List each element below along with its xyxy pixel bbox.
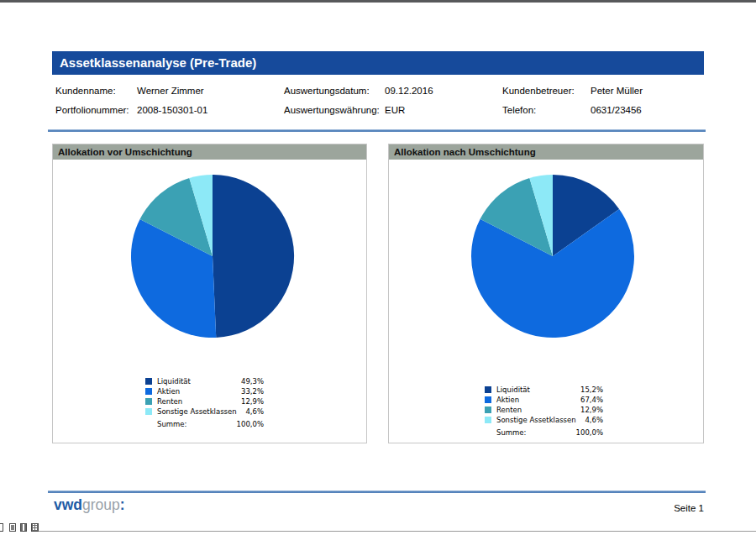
legend-total-label: Summe: bbox=[157, 420, 237, 428]
single-page-icon[interactable] bbox=[0, 523, 3, 532]
legend-total-row: Summe:100,0% bbox=[145, 419, 264, 429]
panel-header-before: Allokation vor Umschichtung bbox=[53, 144, 366, 160]
field-label-telefon: Telefon: bbox=[502, 101, 591, 120]
legend-swatch-icon bbox=[485, 386, 491, 393]
logo-colon: : bbox=[120, 496, 125, 513]
legend-label: Sonstige Assetklassen bbox=[157, 407, 245, 416]
pie-chart-after bbox=[469, 172, 637, 340]
legend-before: Liquidität49,3%Aktien33,2%Renten12,9%Son… bbox=[145, 376, 264, 429]
legend-label: Renten bbox=[496, 406, 580, 414]
allocation-after-panel: Allokation nach Umschichtung Liquidität1… bbox=[388, 144, 704, 443]
field-label-portfolionummer: Portfolionummer: bbox=[55, 101, 137, 120]
status-bar-divider bbox=[39, 531, 756, 532]
legend-value: 12,9% bbox=[580, 406, 603, 414]
field-label-auswertungswaehrung: Auswertungswährung: bbox=[284, 101, 385, 120]
two-column-layout-icon[interactable] bbox=[20, 523, 27, 532]
legend-value: 33,2% bbox=[241, 387, 264, 396]
legend-row-renten: Renten12,9% bbox=[485, 405, 603, 415]
page-title: Assetklassenanalyse (Pre-Trade) bbox=[60, 55, 256, 70]
page-number: Seite 1 bbox=[674, 503, 704, 513]
pie-chart-before bbox=[129, 172, 297, 340]
legend-swatch-icon bbox=[145, 398, 152, 405]
legend-total-row: Summe:100,0% bbox=[485, 427, 603, 438]
field-value-auswertungswaehrung: EUR bbox=[385, 101, 502, 120]
fit-page-icon[interactable] bbox=[9, 523, 16, 532]
report-title-bar: Assetklassenanalyse (Pre-Trade) bbox=[52, 51, 704, 75]
viewer-status-bar bbox=[0, 523, 756, 535]
grid-layout-icon[interactable] bbox=[31, 523, 39, 532]
field-label-kundenbetreuer: Kundenbetreuer: bbox=[502, 81, 591, 101]
legend-total-value: 100,0% bbox=[237, 420, 264, 428]
field-value-kundenname: Werner Zimmer bbox=[137, 81, 284, 101]
field-value-auswertungsdatum: 09.12.2016 bbox=[385, 81, 502, 101]
field-value-telefon: 0631/23456 bbox=[591, 101, 704, 120]
legend-value: 49,3% bbox=[241, 377, 264, 386]
legend-row-renten: Renten12,9% bbox=[145, 396, 264, 406]
legend-label: Aktien bbox=[157, 387, 241, 396]
legend-value: 67,4% bbox=[580, 396, 603, 404]
legend-after: Liquidität15,2%Aktien67,4%Renten12,9%Son… bbox=[485, 385, 603, 438]
legend-label: Sonstige Assetklassen bbox=[496, 416, 585, 424]
legend-row-sonstige-assetklassen: Sonstige Assetklassen4,6% bbox=[145, 406, 264, 417]
legend-value: 4,6% bbox=[245, 407, 264, 416]
legend-label: Aktien bbox=[496, 396, 580, 404]
logo-group-text: group bbox=[82, 496, 120, 513]
divider-rule-bottom bbox=[48, 490, 706, 493]
legend-total-label: Summe: bbox=[496, 428, 576, 437]
panel-header-after: Allokation nach Umschichtung bbox=[389, 144, 703, 160]
legend-total-value: 100,0% bbox=[576, 428, 603, 437]
legend-value: 4,6% bbox=[585, 416, 603, 424]
legend-value: 15,2% bbox=[580, 386, 603, 394]
divider-rule-top bbox=[48, 129, 706, 132]
legend-row-aktien: Aktien67,4% bbox=[485, 395, 603, 405]
field-label-auswertungsdatum: Auswertungsdatum: bbox=[284, 81, 385, 101]
customer-info-grid: Kundenname: Werner Zimmer Auswertungsdat… bbox=[55, 81, 704, 120]
legend-row-liquidit-t: Liquidität49,3% bbox=[145, 376, 264, 386]
legend-row-sonstige-assetklassen: Sonstige Assetklassen4,6% bbox=[485, 415, 603, 425]
legend-swatch-icon bbox=[485, 417, 491, 423]
pie-slice-liquidit-t bbox=[213, 175, 294, 338]
legend-swatch-icon bbox=[485, 406, 491, 413]
legend-value: 12,9% bbox=[241, 397, 264, 406]
field-value-portfolionummer: 2008-150301-01 bbox=[137, 101, 284, 120]
field-label-kundenname: Kundenname: bbox=[55, 81, 137, 101]
legend-row-liquidit-t: Liquidität15,2% bbox=[485, 385, 603, 395]
legend-swatch-icon bbox=[145, 378, 152, 385]
legend-label: Liquidität bbox=[157, 377, 241, 386]
legend-label: Liquidität bbox=[496, 386, 580, 394]
allocation-before-panel: Allokation vor Umschichtung Liquidität49… bbox=[52, 144, 367, 443]
logo-vwd-text: vwd bbox=[54, 496, 82, 513]
legend-swatch-icon bbox=[485, 396, 491, 403]
legend-label: Renten bbox=[157, 397, 241, 406]
legend-swatch-icon bbox=[145, 388, 152, 395]
legend-row-aktien: Aktien33,2% bbox=[145, 386, 264, 396]
field-value-kundenbetreuer: Peter Müller bbox=[591, 81, 704, 101]
legend-swatch-icon bbox=[145, 408, 152, 415]
vwd-group-logo: vwdgroup: bbox=[54, 496, 125, 514]
window-top-edge bbox=[0, 0, 756, 3]
